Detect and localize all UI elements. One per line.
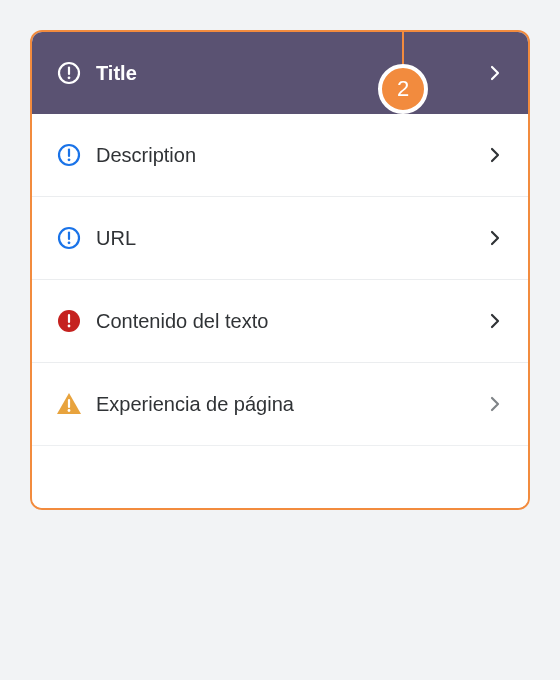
chevron-right-icon: [486, 312, 504, 330]
alert-circle-filled-icon: [56, 308, 82, 334]
row-label: URL: [96, 227, 486, 250]
alert-circle-outline-icon: [56, 60, 82, 86]
row-description[interactable]: Description: [32, 114, 528, 197]
row-label: Title: [96, 62, 486, 85]
svg-point-2: [68, 76, 71, 79]
svg-point-13: [68, 409, 71, 412]
row-text-content[interactable]: Contenido del texto: [32, 280, 528, 363]
alert-triangle-icon: [56, 391, 82, 417]
badge-connector: [402, 30, 404, 64]
alert-circle-outline-icon: [56, 225, 82, 251]
chevron-right-icon: [486, 395, 504, 413]
svg-point-11: [68, 325, 71, 328]
row-url[interactable]: URL: [32, 197, 528, 280]
row-title[interactable]: Title: [32, 32, 528, 114]
svg-point-8: [68, 241, 71, 244]
row-label: Experiencia de página: [96, 393, 486, 416]
chevron-right-icon: [486, 64, 504, 82]
row-page-experience[interactable]: Experiencia de página: [32, 363, 528, 446]
chevron-right-icon: [486, 229, 504, 247]
svg-point-5: [68, 158, 71, 161]
fade-overlay: [32, 438, 528, 508]
alert-circle-outline-icon: [56, 142, 82, 168]
seo-checks-card: 2 Title Description: [30, 30, 530, 510]
callout-badge: 2: [378, 64, 428, 114]
chevron-right-icon: [486, 146, 504, 164]
row-label: Description: [96, 144, 486, 167]
row-label: Contenido del texto: [96, 310, 486, 333]
